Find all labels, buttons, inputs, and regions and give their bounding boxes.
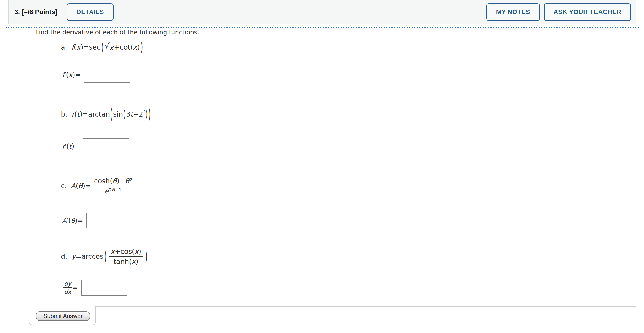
math-token: y (72, 252, 76, 260)
math-token: )= (75, 217, 83, 224)
answer-label-b: r′(t)= (62, 142, 80, 150)
big-paren-open: ( (101, 40, 104, 54)
equation-b-math: r(t)=arctan(sin(3t+2t)) (72, 110, 151, 118)
question-header-left: 3. [–/6 Points] DETAILS (14, 3, 114, 21)
answer-label-a: f′(x)= (62, 71, 80, 79)
math-token: A (62, 217, 67, 224)
math-exponent: t (143, 109, 145, 114)
equation-d: d. y=arccos(x+cos(x)tanh(x)) (61, 246, 148, 267)
big-paren-open: ( (104, 249, 107, 264)
radicand: x (109, 43, 114, 52)
big-paren-open: ( (110, 106, 113, 122)
math-token: r (62, 142, 65, 150)
math-token: x (132, 257, 136, 265)
math-token: = (72, 284, 78, 292)
answer-input-a[interactable] (84, 67, 130, 83)
math-token: x (76, 43, 80, 51)
answer-row-d: dydx= (63, 279, 127, 296)
math-token: ( (74, 110, 77, 118)
math-token: ′( (67, 217, 71, 224)
math-token: )= (72, 142, 80, 150)
math-token: cosh( (94, 177, 113, 185)
math-token: +cos( (114, 247, 134, 255)
part-label-a: a. (61, 43, 67, 51)
question-points: [–/6 Points] (22, 8, 57, 16)
question-header-right: MY NOTES ASK YOUR TEACHER (486, 3, 631, 21)
part-label-b: b. (61, 110, 68, 118)
answer-input-c[interactable] (86, 213, 132, 228)
details-button[interactable]: DETAILS (67, 3, 114, 21)
equation-c-math: A(θ)=cosh(θ)−θ2e2θ−1 (71, 177, 135, 195)
question-panel: Find the derivative of each of the follo… (29, 28, 636, 306)
paren-close: ) (146, 108, 148, 120)
submit-tab: Submit Answer (29, 306, 96, 325)
fraction-denominator: e2θ−1 (92, 186, 134, 195)
question-number-points: 3. [–/6 Points] (14, 8, 57, 16)
math-token: t (77, 110, 80, 118)
math-token: ) (138, 247, 141, 255)
equation-c: c. A(θ)=cosh(θ)−θ2e2θ−1 (61, 174, 135, 198)
answer-input-b[interactable] (83, 138, 129, 154)
math-token: ( (74, 43, 76, 51)
math-token: t (130, 110, 133, 118)
math-token: f (72, 43, 74, 51)
radical-sign: √ (105, 42, 110, 50)
question-number: 3. (14, 8, 20, 16)
math-token: −1 (115, 187, 122, 193)
fraction: x+cos(x)tanh(x) (109, 247, 143, 265)
math-token: A (71, 182, 76, 190)
math-token: f (62, 71, 64, 79)
dy-dx-fraction: dydx (63, 280, 72, 295)
ask-your-teacher-button[interactable]: ASK YOUR TEACHER (544, 3, 631, 21)
submit-answer-button[interactable]: Submit Answer (36, 311, 90, 321)
math-token: 2 (109, 187, 112, 193)
math-token: +cot( (114, 43, 133, 51)
answer-input-d[interactable] (81, 280, 127, 295)
equation-d-math: y=arccos(x+cos(x)tanh(x)) (72, 247, 148, 265)
equation-a: a. f(x)=sec(√x+cot(x)) (61, 38, 144, 56)
equation-b: b. r(t)=arctan(sin(3t+2t)) (61, 105, 151, 124)
part-label-c: c. (61, 182, 67, 190)
math-token: )= (72, 71, 80, 79)
math-token: arctan (88, 110, 110, 118)
my-notes-button[interactable]: MY NOTES (486, 3, 540, 21)
math-token: arccos (81, 252, 104, 260)
sqrt-group: √x (105, 43, 114, 52)
part-label-d: d. (61, 252, 68, 260)
math-token: sec (89, 43, 100, 51)
math-token: = (76, 252, 81, 260)
math-token: θ (112, 187, 114, 193)
math-token: )= (80, 110, 88, 118)
big-paren-close: ) (148, 106, 151, 122)
math-token: x (110, 247, 114, 255)
math-token: )= (82, 182, 91, 190)
math-token: x (134, 247, 138, 255)
big-paren-close: ) (145, 249, 148, 264)
selection-outline-left (5, 0, 6, 28)
math-token: t (69, 142, 72, 150)
math-token: ′( (65, 142, 69, 150)
selection-outline-bottom (5, 27, 639, 28)
fraction-numerator: x+cos(x) (109, 247, 143, 256)
math-token: ( (76, 182, 78, 190)
big-paren-close: ) (141, 40, 143, 54)
selection-outline-right (638, 0, 639, 28)
math-token: x (68, 71, 72, 79)
math-exponent-group: 2θ−1 (109, 187, 122, 193)
math-token: ) (137, 43, 140, 51)
question-header: 3. [–/6 Points] DETAILS MY NOTES ASK YOU… (8, 0, 636, 24)
math-token: θ (125, 177, 130, 185)
math-token: dy (63, 280, 72, 287)
question-prompt: Find the derivative of each of the follo… (36, 29, 199, 36)
answer-label-c: A′(θ)= (62, 217, 83, 224)
answer-row-c: A′(θ)= (62, 212, 132, 229)
math-token: r (72, 110, 74, 118)
math-token: 3 (126, 110, 130, 118)
fraction-denominator: tanh(x) (109, 256, 143, 265)
math-exponent: 2 (129, 177, 132, 183)
math-token: )− (117, 177, 125, 185)
question-number-space (20, 8, 22, 16)
math-token: x (133, 43, 137, 51)
math-token: θ (112, 177, 117, 185)
fraction: cosh(θ)−θ2e2θ−1 (92, 177, 134, 195)
